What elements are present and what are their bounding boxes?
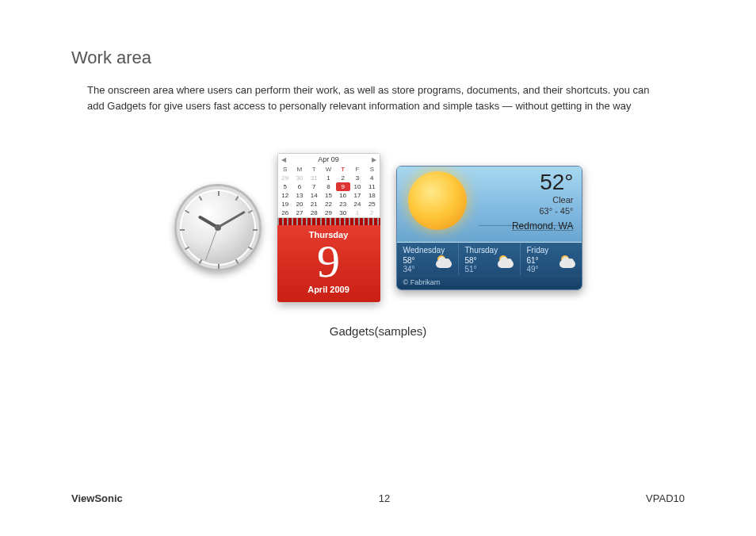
gadgets-caption: Gadgets(samples) <box>71 324 685 338</box>
weather-condition: Clear <box>512 195 574 205</box>
weather-now: 52° Clear 63° - 45° Redmond, WA <box>397 167 582 243</box>
clock-minute-hand <box>217 211 246 229</box>
calendar-day-cell[interactable]: 23 <box>336 200 350 209</box>
footer-brand: ViewSonic <box>71 492 123 504</box>
forecast-dayname: Thursday <box>465 246 515 255</box>
calendar-day-cell[interactable]: 30 <box>292 174 307 182</box>
calendar-day-cell[interactable]: 7 <box>307 182 321 191</box>
calendar-weekday-header: M <box>292 165 307 174</box>
calendar-weekday-header: T <box>336 165 350 174</box>
calendar-day-cell[interactable]: 28 <box>307 209 321 217</box>
calendar-day-cell[interactable]: 10 <box>350 182 365 191</box>
clock-tick <box>180 229 185 231</box>
weather-forecast-row: Wednesday58°34°Thursday58°51°Friday61°49… <box>397 243 582 275</box>
forecast-day: Friday61°49° <box>521 243 582 275</box>
forecast-dayname: Wednesday <box>403 246 453 255</box>
calendar-grid: SMTWTFS 29303112345678910111213141516171… <box>278 165 380 217</box>
weather-range: 63° - 45° <box>512 206 574 216</box>
clock-center-icon <box>215 224 221 231</box>
calendar-day-cell[interactable]: 12 <box>278 191 292 200</box>
calendar-day-cell[interactable]: 29 <box>321 209 335 217</box>
calendar-day-cell[interactable]: 26 <box>278 209 292 217</box>
clock-tick <box>198 259 202 264</box>
next-month-icon[interactable]: ▶ <box>372 156 376 163</box>
calendar-day-cell[interactable]: 5 <box>278 182 292 191</box>
calendar-day-cell[interactable]: 21 <box>307 200 321 209</box>
calendar-day-cell[interactable]: 14 <box>307 191 321 200</box>
clock-second-hand <box>205 228 218 261</box>
footer-page-number: 12 <box>379 492 390 504</box>
partly-cloudy-icon <box>498 257 517 268</box>
calendar-weekday-header: S <box>278 165 292 174</box>
page-footer: ViewSonic 12 VPAD10 <box>71 492 685 504</box>
calendar-day-cell[interactable]: 9 <box>336 182 350 191</box>
calendar-day-cell[interactable]: 8 <box>321 182 335 191</box>
calendar-day-cell[interactable]: 31 <box>307 174 321 182</box>
calendar-day-cell[interactable]: 18 <box>365 191 379 200</box>
clock-tick <box>185 210 189 214</box>
clock-tick <box>235 196 239 201</box>
calendar-day-cell[interactable]: 2 <box>336 174 350 182</box>
clock-tick <box>235 259 239 264</box>
calendar-weekday-header: F <box>350 165 365 174</box>
calendar-weekday-header: T <box>307 165 321 174</box>
clock-tick <box>218 264 220 269</box>
forecast-day: Wednesday58°34° <box>397 243 459 275</box>
calendar-gadget[interactable]: ◀ Apr 09 ▶ SMTWTFS 293031123456789101112… <box>277 153 380 302</box>
weather-location[interactable]: Redmond, WA <box>512 220 574 232</box>
calendar-day-cell[interactable]: 3 <box>350 174 365 182</box>
calendar-day-cell[interactable]: 13 <box>292 191 307 200</box>
weather-gadget[interactable]: 52° Clear 63° - 45° Redmond, WA Wednesda… <box>396 166 582 290</box>
gadgets-row: ◀ Apr 09 ▶ SMTWTFS 293031123456789101112… <box>71 153 685 302</box>
partly-cloudy-icon <box>559 257 578 268</box>
calendar-daynum: 9 <box>277 239 380 283</box>
clock-gadget[interactable] <box>174 184 262 271</box>
clock-tick <box>198 196 202 201</box>
weather-credit: © Fabrikam <box>397 275 582 289</box>
calendar-day-cell[interactable]: 11 <box>365 182 379 191</box>
weather-temp: 52° <box>512 171 574 193</box>
calendar-day-cell[interactable]: 17 <box>350 191 365 200</box>
calendar-day-cell[interactable]: 4 <box>365 174 379 182</box>
body-paragraph: The onscreen area where users can perfor… <box>71 82 685 113</box>
calendar-day-cell[interactable]: 1 <box>350 209 365 217</box>
prev-month-icon[interactable]: ◀ <box>281 156 286 163</box>
clock-tick <box>185 247 189 251</box>
calendar-day-cell[interactable]: 22 <box>321 200 335 209</box>
calendar-today-panel: Thursday 9 April 2009 <box>277 225 380 302</box>
calendar-day-cell[interactable]: 25 <box>365 200 379 209</box>
forecast-day: Thursday58°51° <box>459 243 521 275</box>
clock-tick <box>218 191 220 196</box>
calendar-day-cell[interactable]: 29 <box>278 174 292 182</box>
calendar-day-cell[interactable]: 19 <box>278 200 292 209</box>
calendar-day-cell[interactable]: 30 <box>336 209 350 217</box>
clock-tick <box>247 247 252 251</box>
footer-model: VPAD10 <box>646 492 685 504</box>
clock-tick <box>253 229 258 231</box>
calendar-day-cell[interactable]: 1 <box>321 174 335 182</box>
calendar-day-cell[interactable]: 24 <box>350 200 365 209</box>
calendar-spiral-icon <box>277 217 380 225</box>
calendar-day-cell[interactable]: 15 <box>321 191 335 200</box>
calendar-day-cell[interactable]: 2 <box>365 209 379 217</box>
forecast-dayname: Friday <box>527 246 577 255</box>
calendar-day-cell[interactable]: 6 <box>292 182 307 191</box>
calendar-day-cell[interactable]: 20 <box>292 200 307 209</box>
calendar-day-cell[interactable]: 16 <box>336 191 350 200</box>
calendar-monthyear: April 2009 <box>277 285 380 294</box>
sun-icon <box>408 171 467 230</box>
page-title: Work area <box>71 48 685 68</box>
calendar-month-view: ◀ Apr 09 ▶ SMTWTFS 293031123456789101112… <box>277 153 380 217</box>
calendar-weekday-header: S <box>365 165 379 174</box>
calendar-month-label: Apr 09 <box>318 155 339 163</box>
partly-cloudy-icon <box>436 257 455 268</box>
calendar-day-cell[interactable]: 27 <box>292 209 307 217</box>
clock-tick <box>247 210 252 214</box>
calendar-weekday-header: W <box>321 165 335 174</box>
